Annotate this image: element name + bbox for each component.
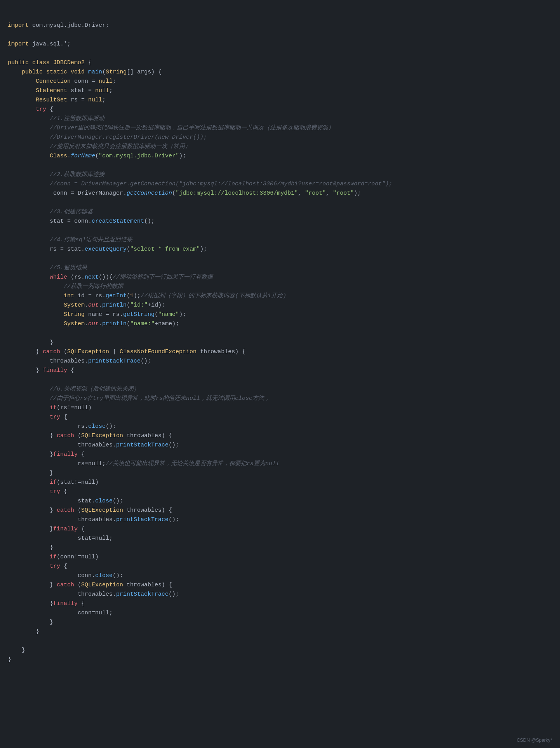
- watermark: CSDN @Sparky*: [517, 737, 552, 744]
- keyword-import2: import: [8, 41, 29, 47]
- keyword-import: import: [8, 22, 29, 29]
- keyword-public: public: [8, 59, 29, 66]
- code-editor: import com.mysql.jdbc.Driver; import jav…: [8, 8, 552, 668]
